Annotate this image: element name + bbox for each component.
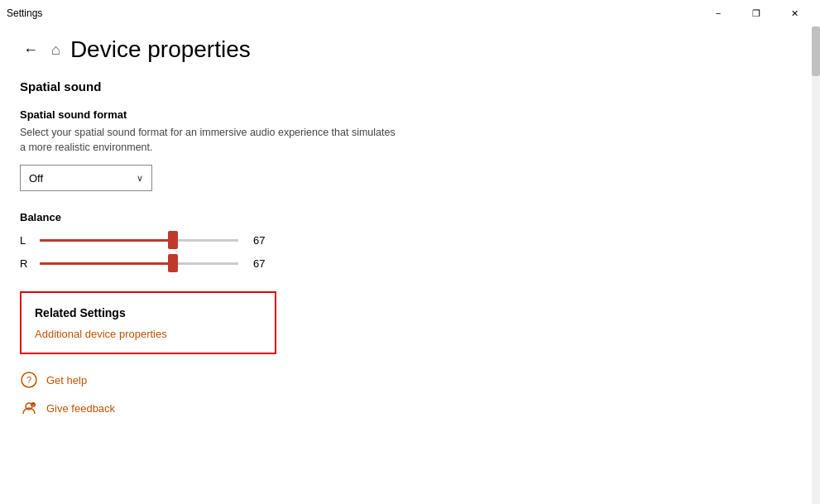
right-slider[interactable]	[40, 255, 238, 271]
balance-section: Balance L 67 R 67	[20, 211, 800, 271]
spatial-sound-section: Spatial sound Spatial sound format Selec…	[20, 79, 800, 191]
additional-device-properties-link[interactable]: Additional device properties	[35, 328, 167, 340]
content-area: ← ⌂ Device properties Spatial sound Spat…	[0, 26, 820, 437]
spatial-sound-dropdown[interactable]: Off ∨	[20, 165, 152, 191]
related-settings-title: Related Settings	[35, 306, 258, 319]
minimize-button[interactable]: −	[699, 0, 737, 26]
right-slider-thumb[interactable]	[168, 254, 178, 272]
home-icon[interactable]: ⌂	[51, 41, 60, 59]
svg-text:✓: ✓	[31, 403, 35, 408]
spatial-sound-heading: Spatial sound	[20, 79, 800, 94]
right-slider-fill	[40, 262, 173, 265]
right-slider-value: 67	[253, 257, 265, 270]
get-help-row[interactable]: ? Get help	[20, 371, 800, 389]
get-help-icon: ?	[20, 371, 38, 389]
left-slider[interactable]	[40, 232, 238, 248]
left-slider-thumb[interactable]	[168, 231, 178, 249]
format-description: Select your spatial sound format for an …	[20, 126, 400, 155]
give-feedback-link[interactable]: Give feedback	[46, 402, 115, 415]
left-channel-label: L	[20, 234, 31, 247]
help-section: ? Get help ✓ Give feedback	[20, 371, 800, 417]
back-button[interactable]: ←	[20, 38, 41, 62]
left-slider-fill	[40, 239, 173, 242]
right-channel-label: R	[20, 257, 31, 270]
give-feedback-icon: ✓	[20, 399, 38, 417]
title-bar: Settings − ❐ ✕	[0, 0, 820, 26]
page-header: ← ⌂ Device properties	[20, 36, 800, 63]
left-slider-row: L 67	[20, 232, 800, 248]
restore-button[interactable]: ❐	[737, 0, 775, 26]
title-bar-left: Settings	[7, 7, 42, 19]
left-slider-value: 67	[253, 234, 265, 247]
back-icon: ←	[23, 41, 38, 59]
page-title: Device properties	[70, 36, 251, 63]
close-button[interactable]: ✕	[775, 0, 813, 26]
right-slider-row: R 67	[20, 255, 800, 271]
dropdown-value: Off	[29, 172, 43, 185]
balance-title: Balance	[20, 211, 800, 223]
scrollbar[interactable]	[812, 26, 820, 504]
title-bar-controls: − ❐ ✕	[699, 0, 813, 26]
scrollbar-thumb[interactable]	[812, 26, 820, 76]
related-settings-box: Related Settings Additional device prope…	[20, 291, 276, 354]
get-help-link[interactable]: Get help	[46, 374, 87, 386]
give-feedback-row[interactable]: ✓ Give feedback	[20, 399, 800, 417]
format-label: Spatial sound format	[20, 108, 800, 121]
svg-text:?: ?	[26, 375, 31, 385]
app-title: Settings	[7, 7, 42, 19]
chevron-down-icon: ∨	[137, 173, 143, 184]
